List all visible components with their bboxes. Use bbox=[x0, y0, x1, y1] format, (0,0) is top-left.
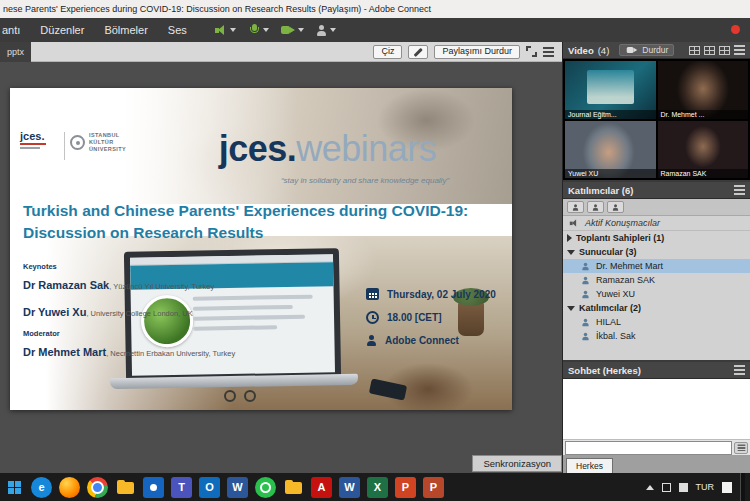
attendee-name: Dr. Mehmet Mart bbox=[596, 261, 663, 271]
chrome-browser-icon[interactable] bbox=[87, 477, 108, 498]
grid-layout-icon[interactable] bbox=[689, 46, 700, 55]
speaker-icon bbox=[570, 219, 578, 227]
chat-options-button[interactable] bbox=[734, 442, 748, 454]
attendee-row[interactable]: HILAL bbox=[563, 315, 750, 329]
person-icon bbox=[582, 290, 590, 298]
attendee-list-view-button[interactable] bbox=[587, 201, 604, 213]
group-hosts-label: Toplantı Sahipleri (1) bbox=[576, 233, 664, 243]
pointer-button[interactable] bbox=[408, 45, 428, 59]
active-speakers-label: Aktif Konuşmacılar bbox=[585, 218, 660, 228]
attendees-toolbar bbox=[563, 199, 750, 216]
attendee-status-view-button[interactable] bbox=[567, 201, 584, 213]
menu-meeting[interactable]: antı bbox=[0, 18, 30, 42]
attendees-pod-controls bbox=[734, 185, 745, 195]
jces-logo-bar bbox=[20, 143, 46, 145]
moderator-label: Moderator bbox=[23, 329, 235, 338]
tray-volume-icon[interactable] bbox=[679, 483, 688, 492]
outlook-app-icon[interactable]: O bbox=[199, 477, 220, 498]
sync-button[interactable]: Senkronizasyon bbox=[472, 455, 562, 472]
keynote-speaker: Dr Yuwei Xu, University College London, … bbox=[23, 302, 235, 320]
menu-audio[interactable]: Ses bbox=[158, 18, 197, 42]
stop-webcam-button[interactable]: Durdur bbox=[619, 44, 674, 56]
group-presenters[interactable]: Sunucular (3) bbox=[563, 245, 750, 259]
chevron-right-icon bbox=[567, 234, 572, 242]
event-time-row: 18.00 [CET] bbox=[366, 311, 496, 324]
slide-title: Turkish and Chinese Parents' Experiences… bbox=[23, 200, 509, 244]
chat-input-row bbox=[563, 439, 750, 455]
pod-menu-icon[interactable] bbox=[734, 185, 745, 195]
clock-icon bbox=[366, 311, 379, 324]
powerpoint-document-icon[interactable]: P bbox=[423, 477, 444, 498]
menu-pods[interactable]: Bölmeler bbox=[94, 18, 157, 42]
pod-menu-icon[interactable] bbox=[734, 45, 745, 55]
word-document-icon[interactable]: W bbox=[339, 477, 360, 498]
keynote-affiliation: , University College London, UK bbox=[86, 309, 192, 318]
person-icon bbox=[582, 262, 590, 270]
chat-input[interactable] bbox=[565, 441, 732, 455]
speaker-button[interactable] bbox=[215, 24, 236, 36]
file-explorer-icon[interactable] bbox=[115, 477, 136, 498]
firefox-browser-icon[interactable] bbox=[59, 477, 80, 498]
shared-slide: jces. ISTANBUL KÜLTÜR ÜNIVERSITY jces.we… bbox=[10, 88, 512, 410]
group-presenters-label: Sunucular (3) bbox=[579, 247, 637, 257]
acrobat-app-icon[interactable]: A bbox=[311, 477, 332, 498]
attendee-row[interactable]: İkbal. Sak bbox=[563, 329, 750, 343]
video-tile: Dr. Mehmet ... bbox=[658, 61, 749, 119]
attendee-row[interactable]: Ramazan SAK bbox=[563, 273, 750, 287]
fullscreen-icon[interactable] bbox=[526, 46, 537, 57]
webcam-button[interactable] bbox=[281, 24, 304, 36]
recording-indicator-icon bbox=[731, 25, 740, 34]
video-tile-name: Journal Eğitm... bbox=[565, 110, 656, 119]
filmstrip-layout-icon[interactable] bbox=[704, 46, 715, 55]
start-button[interactable] bbox=[0, 473, 28, 501]
active-speakers-row: Aktif Konuşmacılar bbox=[563, 216, 750, 231]
pod-menu-icon[interactable] bbox=[543, 47, 554, 57]
attendee-row[interactable]: Yuwei XU bbox=[563, 287, 750, 301]
whatsapp-app-icon[interactable] bbox=[255, 477, 276, 498]
keynotes-label: Keynotes bbox=[23, 262, 235, 271]
tray-language[interactable]: TUR bbox=[696, 482, 715, 492]
microphone-button[interactable] bbox=[248, 24, 269, 37]
breakout-view-button[interactable] bbox=[607, 201, 624, 213]
raise-hand-person-icon bbox=[316, 25, 327, 36]
keynote-name: Dr Ramazan Sak bbox=[23, 279, 109, 291]
slide-title-line2: Discussion on Research Results bbox=[23, 222, 509, 244]
glasses-image bbox=[220, 390, 264, 404]
pod-menu-icon[interactable] bbox=[734, 365, 745, 375]
excel-app-icon[interactable]: X bbox=[367, 477, 388, 498]
chevron-down-icon bbox=[567, 306, 575, 311]
notification-center-icon[interactable] bbox=[722, 482, 732, 493]
photos-app-icon[interactable] bbox=[143, 477, 164, 498]
teams-app-icon[interactable]: T bbox=[171, 477, 192, 498]
video-pod-title: Video bbox=[568, 45, 594, 56]
brand-tagline: “stay in solidarity and share knowledge … bbox=[225, 176, 505, 185]
document-tab[interactable]: pptx bbox=[0, 42, 31, 62]
video-count: (4) bbox=[598, 45, 610, 56]
downloads-folder-icon[interactable] bbox=[283, 477, 304, 498]
keynote-affiliation: , Yüzüncü Yıl University, Turkey bbox=[109, 282, 214, 291]
stop-sharing-button[interactable]: Paylaşımı Durdur bbox=[434, 45, 520, 59]
draw-button[interactable]: Çiz bbox=[373, 45, 402, 59]
tray-network-icon[interactable] bbox=[662, 483, 671, 492]
chat-pod-header: Sohbet (Herkes) bbox=[563, 362, 750, 379]
group-hosts[interactable]: Toplantı Sahipleri (1) bbox=[563, 231, 750, 245]
edge-browser-icon[interactable]: e bbox=[31, 477, 52, 498]
word-app-icon[interactable]: W bbox=[227, 477, 248, 498]
share-toolbar-buttons: Çiz Paylaşımı Durdur bbox=[373, 45, 562, 59]
group-participants[interactable]: Katılımcılar (2) bbox=[563, 301, 750, 315]
tray-chevron-up-icon[interactable] bbox=[646, 485, 654, 490]
menu-layouts[interactable]: Düzenler bbox=[30, 18, 94, 42]
attendees-list: Aktif Konuşmacılar Toplantı Sahipleri (1… bbox=[563, 199, 750, 360]
attendee-row[interactable]: Dr. Mehmet Mart bbox=[563, 259, 750, 273]
university-line: ÜNIVERSITY bbox=[89, 146, 126, 153]
video-pod: Video (4) Durdur Journal Eğitm... bbox=[563, 42, 750, 180]
share-pod: pptx Çiz Paylaşımı Durdur bbox=[0, 42, 562, 473]
powerpoint-app-icon[interactable]: P bbox=[395, 477, 416, 498]
speaker-layout-icon[interactable] bbox=[719, 46, 730, 55]
status-button[interactable] bbox=[316, 25, 336, 36]
show-desktop-button[interactable] bbox=[740, 473, 745, 501]
chat-tab-everyone[interactable]: Herkes bbox=[566, 458, 613, 473]
person-icon bbox=[582, 332, 590, 340]
chat-menu-icon bbox=[737, 444, 745, 451]
brand-bold: jces. bbox=[219, 128, 297, 169]
